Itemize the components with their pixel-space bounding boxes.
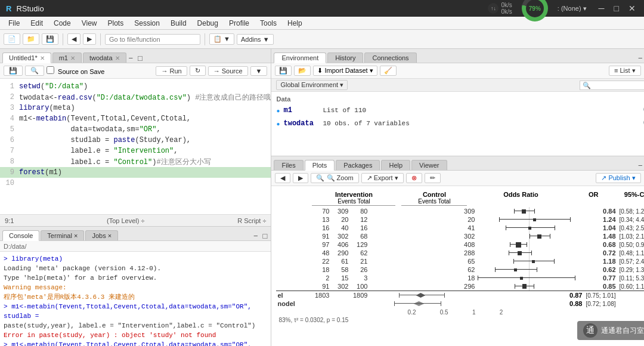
tab-plots[interactable]: Plots [305, 160, 335, 171]
forest-row: 91 302 100 296 0.85 [0.60; 1.19] [276, 282, 644, 291]
env-item-m1[interactable]: ● m1 List of 110 🔍 [276, 104, 644, 117]
back-button[interactable]: ◀ [67, 33, 80, 45]
title-bar-left: R RStudio [6, 4, 44, 13]
env-name-m1: m1 [284, 106, 320, 115]
forest-spacer [276, 191, 312, 206]
console-tabs: Console Terminal × Jobs × − □ [0, 227, 271, 241]
tab-viewer[interactable]: Viewer [411, 160, 447, 170]
plots-pane: Files Plots Packages Help Viewer − □ ◀ ▶… [271, 156, 644, 346]
console-maximize-btn[interactable]: □ [262, 231, 269, 240]
tab-history[interactable]: History [327, 52, 363, 63]
open-file-button[interactable]: 📁 [23, 33, 39, 45]
menu-help[interactable]: Help [283, 18, 307, 29]
env-minimize-btn[interactable]: − [637, 54, 644, 63]
cursor-position: 9:1 [5, 217, 14, 224]
menu-file[interactable]: File [4, 18, 24, 29]
code-line-8: 8 label.c = "Control")#注意区分大小写 [0, 156, 271, 167]
tab-close-untitled1[interactable]: ✕ [40, 55, 45, 61]
editor-maximize-btn[interactable]: □ [137, 54, 144, 63]
title-bar-controls[interactable]: ─ □ ✕ [596, 4, 638, 13]
source-button[interactable]: → Source [208, 66, 248, 76]
minimize-button[interactable]: ─ [596, 4, 607, 13]
env-pane-controls: − □ [637, 54, 644, 63]
forward-button[interactable]: ▶ [83, 33, 96, 45]
load-env-btn[interactable]: 📂 [294, 66, 311, 76]
import-dataset-btn[interactable]: ⬇ Import Dataset ▾ [313, 66, 377, 76]
source-dropdown[interactable]: ▼ [250, 66, 268, 76]
tab-twodata[interactable]: twodata ✕ [83, 52, 126, 63]
env-search-input[interactable] [580, 81, 644, 90]
run-button[interactable]: → Run [156, 66, 187, 76]
menu-code[interactable]: Code [49, 18, 76, 29]
close-button[interactable]: ✕ [626, 4, 638, 13]
plots-minimize-btn[interactable]: − [637, 161, 644, 170]
tab-packages[interactable]: Packages [336, 160, 380, 170]
menu-plots[interactable]: Plots [103, 18, 129, 29]
search-btn[interactable]: 🔍 [25, 66, 44, 76]
code-line-3: 3 library(meta) [0, 103, 271, 113]
tab-m1[interactable]: m1 ✕ [52, 52, 82, 63]
tab-console[interactable]: Console [2, 230, 39, 241]
tab-connections[interactable]: Connections [364, 52, 416, 63]
cpu-indicator: 79% [522, 0, 548, 21]
env-item-twodata[interactable]: ● twodata 10 obs. of 7 variables 🔍 [276, 117, 644, 130]
save-btn[interactable]: 💾 [4, 66, 23, 76]
code-line-7: 7 label.e = "Intervention", [0, 146, 271, 156]
next-plot-btn[interactable]: ▶ [293, 173, 308, 183]
tab-close-twodata[interactable]: ✕ [115, 55, 120, 61]
code-line-5: 5 data=twodata,sm="OR", [0, 124, 271, 135]
addins-button[interactable]: Addins ▼ [237, 34, 274, 45]
menu-profile[interactable]: Profile [224, 18, 254, 29]
plots-toolbar: ◀ ▶ 🔍 🔍 Zoom ↗ Export ▾ ⊗ ✏ ↗ Publish ▾ … [271, 171, 644, 186]
right-pane: Environment History Connections − □ 💾 📂 … [271, 49, 644, 346]
project-button[interactable]: 📋 ▼ [209, 33, 234, 45]
save-button[interactable]: 💾 [42, 33, 58, 45]
prev-plot-btn[interactable]: ◀ [275, 173, 290, 183]
random-diamond [413, 301, 424, 306]
maximize-button[interactable]: □ [612, 4, 621, 13]
tab-jobs[interactable]: Jobs × [85, 230, 118, 240]
console-body[interactable]: > library(meta) Loading 'meta' package (… [0, 252, 271, 346]
trash-btn[interactable]: ⊗ [406, 173, 422, 183]
code-editor[interactable]: 1 setwd("D:/data") 2 twodata<-read.csv("… [0, 79, 271, 214]
left-pane: Untitled1* ✕ m1 ✕ twodata ✕ − □ [0, 49, 271, 346]
new-file-button[interactable]: 📄 [4, 33, 20, 45]
forest-header: Intervention Events Total Control Events… [276, 191, 644, 206]
menu-build[interactable]: Build [166, 18, 191, 29]
code-line-2: 2 twodata<-read.csv("D:/data/twodata.csv… [0, 92, 271, 103]
menu-tools[interactable]: Tools [255, 18, 281, 29]
go-to-file-input[interactable] [105, 34, 200, 45]
publish-btn[interactable]: ↗ Publish ▾ [596, 173, 640, 183]
forest-plot-container: Intervention Events Total Control Events… [271, 186, 644, 346]
console-line-2: Loading 'meta' package (version 4.12-0). [4, 264, 267, 273]
plots-tabs-left: Files Plots Packages Help Viewer [274, 160, 448, 170]
xaxis-1: 1 [472, 309, 476, 316]
tab-terminal[interactable]: Terminal × [41, 230, 84, 240]
pencil-btn[interactable]: ✏ [425, 173, 441, 183]
source-on-save-label[interactable]: Source on Save [47, 66, 104, 75]
export-btn[interactable]: ↗ Export ▾ [361, 173, 404, 183]
tab-environment[interactable]: Environment [274, 52, 326, 63]
source-on-save-checkbox[interactable] [47, 66, 54, 74]
tab-untitled1[interactable]: Untitled1* ✕ [2, 52, 51, 63]
editor-minimize-btn[interactable]: − [128, 54, 135, 63]
save-env-btn[interactable]: 💾 [275, 66, 292, 76]
zoom-btn[interactable]: 🔍 🔍 Zoom [311, 173, 358, 183]
env-value-m1: List of 110 [323, 107, 367, 114]
tab-help[interactable]: Help [381, 160, 410, 170]
env-name-twodata: twodata [284, 119, 320, 128]
console-minimize-btn[interactable]: − [252, 231, 259, 240]
xaxis-0.2: 0.2 [408, 309, 416, 316]
menu-view[interactable]: View [77, 18, 102, 29]
list-view-btn[interactable]: ≡ List ▾ [609, 66, 641, 76]
env-value-twodata: 10 obs. of 7 variables [323, 120, 410, 127]
menu-debug[interactable]: Debug [193, 18, 223, 29]
broom-btn[interactable]: 🧹 [380, 66, 397, 76]
forest-row: 16 40 16 41 1.04 [0.43; 2.54] [276, 224, 644, 232]
global-env-dropdown[interactable]: Global Environment ▾ [276, 80, 348, 90]
tab-close-m1[interactable]: ✕ [70, 55, 75, 61]
menu-edit[interactable]: Edit [26, 18, 48, 29]
rerun-button[interactable]: ↻ [190, 66, 206, 76]
menu-session[interactable]: Session [129, 18, 165, 29]
tab-files[interactable]: Files [274, 160, 303, 170]
